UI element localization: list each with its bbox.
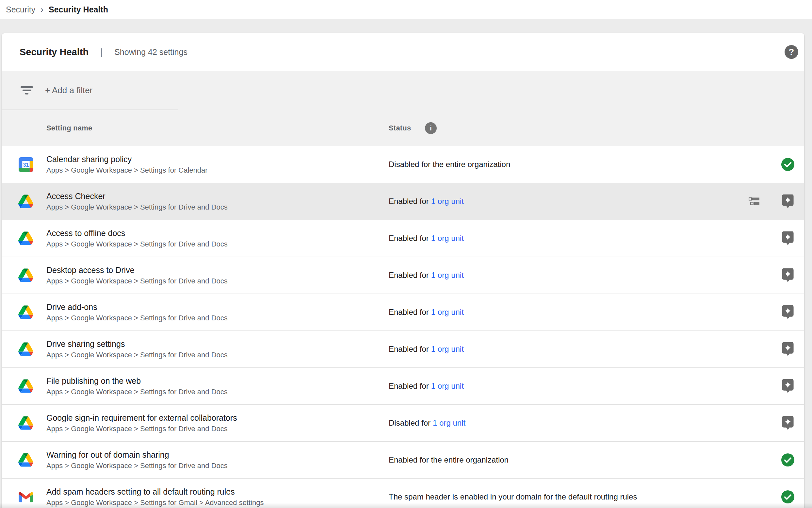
setting-app-icon — [18, 342, 33, 357]
setting-app-icon — [18, 305, 33, 320]
security-health-card: Security Health | Showing 42 settings ? … — [2, 33, 804, 508]
setting-app-icon — [18, 194, 33, 209]
column-header-setting-name: Setting name — [46, 124, 92, 132]
breadcrumb-parent[interactable]: Security — [6, 5, 35, 14]
setting-path: Apps > Google Workspace > Settings for D… — [46, 313, 228, 323]
setting-app-icon — [18, 379, 33, 393]
filter-and-header-band: + Add a filter Setting name Status i — [2, 71, 804, 146]
setting-row[interactable]: Access to offline docs Apps > Google Wor… — [2, 220, 804, 257]
setting-name-cell: File publishing on the web Apps > Google… — [46, 375, 228, 397]
google-drive-icon — [18, 231, 33, 245]
setting-app-icon — [18, 416, 33, 430]
breadcrumb: Security › Security Health — [0, 0, 812, 19]
setting-path: Apps > Google Workspace > Settings for D… — [46, 461, 228, 471]
setting-name-cell: Desktop access to Drive Apps > Google Wo… — [46, 264, 228, 286]
status-cell: Enabled for1 org unit — [389, 197, 464, 206]
status-text: Enabled for — [389, 345, 429, 353]
status-org-unit-link[interactable]: 1 org unit — [431, 381, 464, 390]
status-cell: Enabled for1 org unit — [389, 381, 464, 391]
setting-name-cell: Add spam headers setting to all default … — [46, 486, 264, 508]
setting-path: Apps > Google Workspace > Settings for C… — [46, 165, 208, 175]
setting-title: Drive sharing settings — [46, 338, 228, 350]
status-org-unit-link[interactable]: 1 org unit — [431, 197, 464, 206]
status-cell: Enabled for1 org unit — [389, 308, 464, 317]
status-org-unit-link[interactable]: 1 org unit — [431, 308, 464, 316]
recommendation-badge-icon[interactable] — [782, 416, 794, 430]
status-org-unit-link[interactable]: 1 org unit — [433, 418, 466, 427]
setting-name-cell: Drive sharing settings Apps > Google Wor… — [46, 338, 228, 360]
setting-title: File publishing on the web — [46, 375, 228, 387]
setting-name-cell: Calendar sharing policy Apps > Google Wo… — [46, 154, 208, 175]
google-drive-icon — [18, 379, 33, 393]
card-header: Security Health | Showing 42 settings ? — [2, 33, 804, 71]
setting-row[interactable]: Drive add-ons Apps > Google Workspace > … — [2, 294, 804, 331]
status-cell: Disabled for1 org unit — [389, 418, 466, 428]
settings-count: Showing 42 settings — [114, 47, 188, 57]
status-cell: Enabled for1 org unit — [389, 271, 464, 280]
status-cell: Enabled for1 org unit — [389, 345, 464, 354]
setting-app-icon — [18, 490, 33, 504]
google-drive-icon — [18, 268, 33, 282]
status-text: Enabled for — [389, 197, 429, 206]
status-text: Enabled for — [389, 381, 429, 390]
setting-path: Apps > Google Workspace > Settings for D… — [46, 350, 228, 360]
breadcrumb-current: Security Health — [49, 5, 108, 14]
setting-title: Add spam headers setting to all default … — [46, 486, 264, 498]
table-header: Setting name Status i — [2, 110, 804, 146]
status-text: Disabled for the entire organization — [389, 160, 510, 169]
setting-title: Warning for out of domain sharing — [46, 449, 228, 461]
status-cell: Enabled for1 org unit — [389, 234, 464, 243]
status-cell: Enabled for the entire organization — [389, 455, 509, 465]
status-ok-icon — [781, 158, 794, 171]
setting-path: Apps > Google Workspace > Settings for D… — [46, 202, 228, 212]
column-header-status: Status — [389, 124, 411, 132]
help-icon[interactable]: ? — [784, 45, 798, 59]
setting-title: Google sign-in requirement for external … — [46, 412, 237, 424]
status-org-unit-link[interactable]: 1 org unit — [431, 345, 464, 353]
status-text: Enabled for — [389, 234, 429, 243]
filter-bar: + Add a filter — [2, 71, 804, 110]
setting-app-icon — [18, 268, 33, 283]
google-drive-icon — [18, 453, 33, 467]
setting-row[interactable]: Access Checker Apps > Google Workspace >… — [2, 183, 804, 220]
setting-row[interactable]: Google sign-in requirement for external … — [2, 405, 804, 441]
status-org-unit-link[interactable]: 1 org unit — [431, 234, 464, 243]
recommendation-badge-icon[interactable] — [782, 231, 794, 246]
setting-app-icon: 31 — [18, 157, 33, 172]
filter-icon[interactable] — [20, 86, 33, 94]
recommendation-badge-icon[interactable] — [782, 268, 794, 283]
recommendation-badge-icon[interactable] — [782, 342, 794, 356]
recommendation-badge-icon[interactable] — [782, 195, 794, 209]
setting-path: Apps > Google Workspace > Settings for G… — [46, 498, 264, 508]
settings-table-body: 31 Calendar sharing policy Apps > Google… — [2, 146, 804, 508]
setting-path: Apps > Google Workspace > Settings for D… — [46, 276, 228, 286]
svg-text:31: 31 — [23, 162, 29, 168]
status-ok-icon — [781, 490, 794, 503]
org-units-icon — [749, 198, 759, 206]
status-ok-icon — [781, 454, 794, 466]
status-cell: Disabled for the entire organization — [389, 160, 510, 169]
recommendation-badge-icon[interactable] — [782, 379, 794, 393]
add-filter-button[interactable]: + Add a filter — [45, 85, 92, 95]
status-text: Enabled for — [389, 271, 429, 280]
setting-row[interactable]: Desktop access to Drive Apps > Google Wo… — [2, 257, 804, 294]
status-info-icon[interactable]: i — [425, 122, 437, 134]
setting-title: Desktop access to Drive — [46, 264, 228, 276]
page-title: Security Health — [19, 47, 89, 57]
setting-row[interactable]: Add spam headers setting to all default … — [2, 478, 804, 508]
status-text: Enabled for the entire organization — [389, 455, 509, 464]
setting-row[interactable]: Drive sharing settings Apps > Google Wor… — [2, 331, 804, 368]
recommendation-badge-icon[interactable] — [782, 305, 794, 320]
setting-row[interactable]: Warning for out of domain sharing Apps >… — [2, 441, 804, 478]
gmail-icon — [18, 491, 33, 502]
google-drive-icon — [18, 342, 33, 356]
breadcrumb-separator-icon: › — [41, 5, 43, 15]
status-text: The spam header is enabled in your domai… — [389, 492, 637, 501]
status-org-unit-link[interactable]: 1 org unit — [431, 271, 464, 280]
setting-row[interactable]: File publishing on the web Apps > Google… — [2, 368, 804, 405]
status-cell: The spam header is enabled in your domai… — [389, 492, 637, 502]
setting-path: Apps > Google Workspace > Settings for D… — [46, 239, 228, 249]
setting-row[interactable]: 31 Calendar sharing policy Apps > Google… — [2, 146, 804, 183]
title-divider: | — [100, 47, 103, 57]
setting-name-cell: Drive add-ons Apps > Google Workspace > … — [46, 301, 228, 323]
